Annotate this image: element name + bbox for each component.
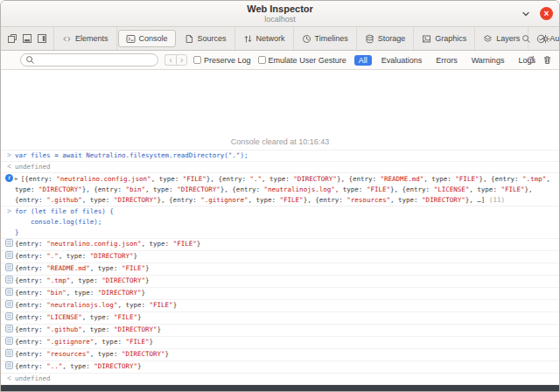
elements-icon: [62, 34, 72, 44]
scope-errors[interactable]: Errors: [431, 55, 462, 66]
inspector-tabbar: ElementsConsoleSourcesNetworkTimelinesSt…: [1, 27, 559, 51]
log-icon: [4, 361, 15, 373]
command-chevron: >: [4, 206, 15, 217]
log-icon: [4, 337, 15, 348]
chevron-down-icon[interactable]: [520, 8, 532, 20]
console-entries: >var files = await Neutralino.filesystem…: [1, 150, 559, 385]
log-icon: [4, 349, 15, 360]
dock-right-icon[interactable]: [37, 33, 47, 44]
log-icon: [4, 288, 15, 299]
tab-timelines[interactable]: Timelines: [294, 27, 357, 50]
log-icon: [4, 300, 15, 312]
log-text: {entry: "resources", type: "DIRECTORY"}: [15, 349, 554, 360]
title-stack: Web Inspector localhost: [247, 4, 313, 24]
console-result: <undefined: [1, 374, 559, 385]
tab-network[interactable]: Network: [235, 27, 294, 50]
tab-storage[interactable]: Storage: [357, 27, 415, 50]
console-log: {entry: "README.md", type: "FILE"}: [1, 263, 559, 276]
scope-all[interactable]: All: [354, 55, 372, 66]
search-icon: [25, 55, 35, 65]
console-log: {entry: ".", type: "DIRECTORY"}: [1, 251, 559, 263]
console-log: {entry: "neutralino.config.json", type: …: [1, 239, 559, 251]
find-previous-button[interactable]: ‹: [164, 54, 176, 66]
tab-label: Timelines: [315, 34, 348, 43]
log-icon: [4, 251, 15, 262]
log-icon: [4, 263, 15, 275]
console-log: {entry: "..", type: "DIRECTORY"}: [1, 361, 559, 374]
checkbox-box[interactable]: [258, 56, 266, 64]
tab-graphics[interactable]: Graphics: [414, 27, 475, 50]
log-icon: [4, 312, 15, 324]
log-text: {entry: ".tmp", type: "DIRECTORY"}: [15, 276, 554, 286]
tab-label: Network: [256, 34, 285, 43]
find-next-button[interactable]: ›: [176, 54, 187, 66]
tab-elements[interactable]: Elements: [54, 27, 117, 50]
titlebar-controls: ×: [520, 1, 553, 26]
log-text: {entry: "neutralinojs.log", type: "FILE"…: [15, 300, 554, 311]
sources-icon: [185, 34, 194, 44]
checkbox-box[interactable]: [193, 56, 201, 64]
tab-console[interactable]: Console: [118, 30, 176, 47]
result-chevron: <: [4, 162, 15, 172]
console-log: {entry: ".tmp", type: "DIRECTORY"}: [1, 276, 559, 288]
console-pane[interactable]: Console cleared at 10:16:43 >var files =…: [1, 70, 559, 385]
checkbox-emulate-user-gesture[interactable]: Emulate User Gesture: [258, 56, 346, 65]
detach-window-icon[interactable]: [7, 33, 18, 44]
tab-label: Storage: [378, 34, 406, 43]
window-bottom-edge: [1, 385, 559, 391]
gear-icon[interactable]: [541, 34, 550, 44]
result-chevron: <: [4, 374, 15, 384]
console-empty-space: [1, 70, 559, 135]
console-search-field[interactable]: [20, 53, 158, 66]
timelines-icon: [302, 34, 312, 44]
scope-warnings[interactable]: Warnings: [467, 55, 509, 66]
log-text: {entry: "LICENSE", type: "FILE"}: [15, 312, 554, 323]
console-search-input[interactable]: [38, 56, 153, 65]
array-preview-text: ▶[{entry: "neutralino.config.json", type…: [15, 173, 554, 206]
console-log: {entry: ".github", type: "DIRECTORY"}: [1, 325, 559, 337]
console-icon: [126, 34, 136, 44]
console-array-preview[interactable]: i▶[{entry: "neutralino.config.json", typ…: [1, 173, 559, 206]
info-icon: i: [4, 173, 15, 184]
titlebar[interactable]: Web Inspector localhost ×: [1, 1, 559, 27]
console-command: >for (let file of files) { console.log(f…: [1, 206, 559, 239]
graphics-icon: [422, 34, 431, 44]
console-log: {entry: "resources", type: "DIRECTORY"}: [1, 349, 559, 361]
filter-right-icons: [526, 55, 552, 65]
close-button[interactable]: ×: [540, 7, 553, 20]
layers-icon: [483, 34, 493, 44]
checkbox-label: Emulate User Gesture: [269, 56, 346, 65]
tab-label: Console: [139, 34, 168, 43]
log-text: {entry: "..", type: "DIRECTORY"}: [15, 361, 554, 372]
console-log: {entry: ".gitignore", type: "FILE"}: [1, 337, 559, 349]
tab-sources[interactable]: Sources: [177, 27, 235, 50]
tab-label: Sources: [198, 34, 227, 43]
result-text: undefined: [15, 374, 554, 384]
log-text: {entry: "bin", type: "DIRECTORY"}: [15, 288, 554, 298]
tabbar-right-icons: [513, 27, 559, 50]
search-icon[interactable]: [522, 34, 531, 44]
window-subtitle: localhost: [247, 15, 313, 24]
find-nav-group: ‹›: [164, 54, 187, 66]
result-text: undefined: [15, 162, 554, 172]
scope-evaluations[interactable]: Evaluations: [377, 55, 427, 66]
trash-icon[interactable]: [542, 55, 552, 65]
console-log: {entry: "bin", type: "DIRECTORY"}: [1, 288, 559, 300]
command-text: for (let file of files) { console.log(fi…: [15, 206, 554, 238]
dock-bottom-icon[interactable]: [22, 33, 32, 44]
disclosure-triangle-icon[interactable]: ▶: [15, 175, 18, 181]
command-text: var files = await Neutralino.filesystem.…: [15, 150, 554, 161]
checkbox-label: Preserve Log: [204, 56, 251, 65]
log-text: {entry: ".github", type: "DIRECTORY"}: [15, 325, 554, 335]
tab-label: Elements: [75, 34, 108, 43]
log-text: {entry: "neutralino.config.json", type: …: [15, 239, 554, 249]
storage-icon: [365, 34, 374, 44]
log-icon: [4, 276, 15, 287]
network-icon: [243, 34, 253, 44]
filter-scopes: AllEvaluationsErrorsWarningsLogs: [354, 55, 540, 66]
console-log: {entry: "LICENSE", type: "FILE"}: [1, 312, 559, 325]
filter-checkboxes: Preserve LogEmulate User Gesture: [193, 56, 346, 65]
console-cleared-message: Console cleared at 10:16:43: [1, 135, 559, 150]
reload-icon[interactable]: [526, 55, 536, 65]
checkbox-preserve-log[interactable]: Preserve Log: [193, 56, 251, 65]
